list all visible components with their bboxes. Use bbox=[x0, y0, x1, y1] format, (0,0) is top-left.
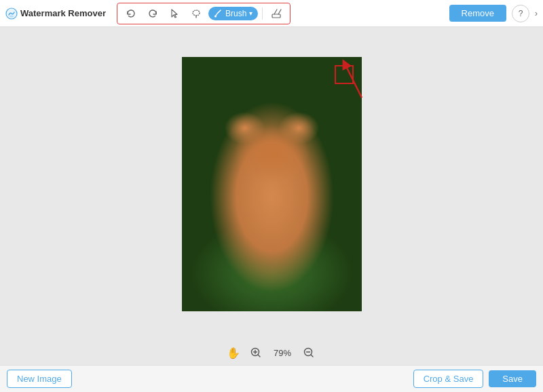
app-logo: Watermark Remover bbox=[5, 7, 106, 20]
remove-button[interactable]: Remove bbox=[449, 5, 506, 22]
svg-point-3 bbox=[214, 16, 217, 18]
toolbar-box: Brush ▾ bbox=[117, 3, 291, 24]
svg-point-1 bbox=[10, 15, 14, 17]
erase-icon bbox=[271, 8, 282, 19]
hand-tool-button[interactable]: ✋ bbox=[227, 347, 240, 359]
brush-dropdown-icon: ▾ bbox=[249, 9, 252, 17]
zoom-bar: ✋ 79% bbox=[0, 340, 543, 365]
save-button[interactable]: Save bbox=[489, 370, 536, 387]
zoom-out-button[interactable] bbox=[301, 345, 316, 360]
zoom-value: 79% bbox=[272, 348, 293, 358]
undo-button[interactable] bbox=[121, 5, 141, 22]
brush-button[interactable]: Brush ▾ bbox=[208, 7, 258, 20]
image-container bbox=[182, 57, 362, 311]
redo-button[interactable] bbox=[143, 5, 162, 22]
watermark-marker-box[interactable] bbox=[335, 65, 354, 84]
chevron-right-icon: › bbox=[535, 9, 538, 18]
kitten-image bbox=[182, 57, 362, 311]
crop-save-button[interactable]: Crop & Save bbox=[413, 370, 484, 388]
zoom-in-icon bbox=[250, 347, 262, 359]
zoom-out-icon bbox=[303, 347, 315, 359]
undo-icon bbox=[126, 8, 136, 19]
erase-button[interactable] bbox=[267, 5, 286, 22]
new-image-button[interactable]: New Image bbox=[7, 370, 72, 388]
brush-icon bbox=[214, 9, 223, 18]
svg-rect-4 bbox=[272, 14, 280, 18]
logo-icon bbox=[5, 7, 18, 20]
svg-point-2 bbox=[193, 10, 200, 16]
redo-icon bbox=[147, 8, 158, 19]
help-button[interactable]: ? bbox=[512, 5, 529, 22]
lasso-button[interactable] bbox=[187, 5, 206, 22]
more-button[interactable]: › bbox=[535, 9, 538, 18]
selection-button[interactable] bbox=[165, 5, 184, 22]
app-title: Watermark Remover bbox=[20, 8, 106, 18]
app-footer: New Image Crop & Save Save bbox=[0, 365, 543, 392]
svg-line-12 bbox=[311, 355, 313, 357]
main-canvas-area bbox=[0, 27, 543, 340]
zoom-in-button[interactable] bbox=[248, 345, 263, 360]
svg-line-9 bbox=[258, 355, 260, 357]
app-header: Watermark Remover bbox=[0, 0, 543, 27]
hand-icon: ✋ bbox=[227, 347, 240, 359]
lasso-icon bbox=[191, 8, 202, 19]
toolbar-divider bbox=[262, 7, 263, 20]
brush-label: Brush bbox=[225, 9, 246, 18]
selection-icon bbox=[169, 8, 180, 19]
